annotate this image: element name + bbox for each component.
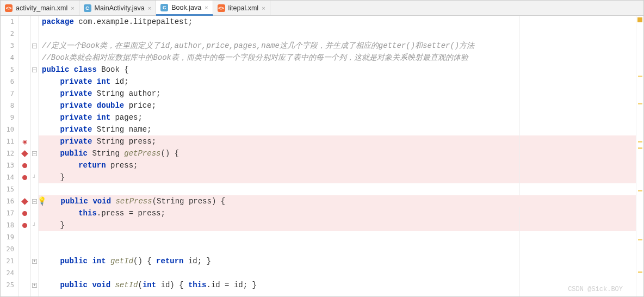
warning-indicator-icon[interactable] bbox=[637, 17, 642, 22]
error-stripe[interactable] bbox=[636, 16, 643, 296]
fold-toggle-icon[interactable]: + bbox=[32, 259, 37, 264]
fold-end-icon: ┘ bbox=[33, 222, 36, 228]
xml-file-icon: <> bbox=[5, 4, 13, 12]
fold-gutter: − − − ┘ − ┘ + + bbox=[31, 16, 39, 296]
tab-label: Book.java bbox=[171, 4, 201, 11]
tab-label: activity_main.xml bbox=[16, 4, 67, 12]
right-margin-line bbox=[519, 16, 520, 296]
breakpoint-icon[interactable] bbox=[21, 150, 28, 157]
tab-label: litepal.xml bbox=[228, 4, 259, 12]
close-icon[interactable]: × bbox=[71, 5, 74, 11]
tab-litepal-xml[interactable]: <> litepal.xml × bbox=[213, 1, 270, 15]
xml-file-icon: <> bbox=[218, 4, 225, 12]
fold-toggle-icon[interactable]: − bbox=[32, 44, 37, 48]
line-numbers: 123 456 789 101112 131415 161718 192021 … bbox=[1, 16, 19, 296]
close-icon[interactable]: × bbox=[148, 5, 151, 11]
breakpoint-icon[interactable] bbox=[21, 198, 28, 205]
editor-tabs: <> activity_main.xml × C MainActivity.ja… bbox=[1, 1, 643, 16]
editor-area: 123 456 789 101112 131415 161718 192021 … bbox=[1, 16, 643, 296]
fold-toggle-icon[interactable]: − bbox=[32, 151, 37, 156]
watch-icon[interactable]: ◉ bbox=[22, 138, 28, 145]
breakpoint-icon[interactable] bbox=[22, 175, 27, 180]
tab-label: MainActivity.java bbox=[95, 4, 145, 12]
tab-book-java[interactable]: C Book.java × bbox=[156, 1, 213, 16]
close-icon[interactable]: × bbox=[262, 5, 265, 11]
marker-gutter: ◉ bbox=[19, 16, 31, 296]
breakpoint-icon[interactable] bbox=[22, 163, 27, 168]
java-file-icon: C bbox=[84, 4, 91, 12]
fold-end-icon: ┘ bbox=[33, 175, 36, 180]
bulb-icon[interactable]: 💡 bbox=[38, 195, 46, 207]
java-file-icon: C bbox=[160, 4, 168, 11]
fold-toggle-icon[interactable]: − bbox=[32, 67, 37, 72]
fold-toggle-icon[interactable]: − bbox=[32, 199, 37, 204]
breakpoint-icon[interactable] bbox=[22, 223, 27, 228]
breakpoint-icon[interactable] bbox=[22, 211, 27, 216]
fold-toggle-icon[interactable]: + bbox=[32, 283, 37, 288]
ide-window: <> activity_main.xml × C MainActivity.ja… bbox=[0, 0, 644, 297]
tab-main-activity[interactable]: C MainActivity.java × bbox=[79, 1, 157, 15]
close-icon[interactable]: × bbox=[205, 4, 208, 11]
tab-activity-main[interactable]: <> activity_main.xml × bbox=[1, 1, 79, 15]
code-editor[interactable]: package com.example.litpepaltest; //定义一个… bbox=[39, 16, 636, 296]
